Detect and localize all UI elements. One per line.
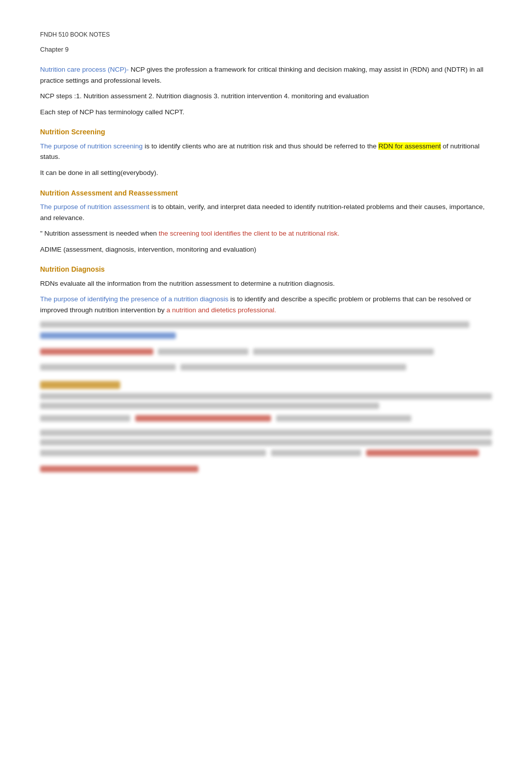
blurred-para-2 <box>40 347 492 358</box>
chapter-label: Chapter 9 <box>40 45 492 55</box>
adime-text: ADIME (assessment, diagnosis, interventi… <box>40 246 256 253</box>
diagnosis-purpose-blue: The purpose of identifying the presence … <box>40 295 228 303</box>
blurred-section-3 <box>40 430 492 475</box>
blurred-para-6 <box>40 430 492 460</box>
blurred-para-5 <box>40 414 492 425</box>
nutrition-diagnosis-heading: Nutrition Diagnosis <box>40 264 492 275</box>
nutrition-assessment-heading: Nutrition Assessment and Reassessment <box>40 187 492 199</box>
screening-purpose-blue: The purpose of nutrition screening <box>40 142 143 150</box>
blurred-section-1 <box>40 320 492 373</box>
adime-paragraph: ADIME (assessment, diagnosis, interventi… <box>40 244 492 255</box>
ncp-steps-paragraph: NCP steps :1. Nutrition assessment 2. Nu… <box>40 91 492 102</box>
assessment-screening-red: the screening tool identifies the client… <box>159 230 340 237</box>
diagnosis-rdns-text: RDNs evaluate all the information from t… <box>40 280 335 287</box>
screening-purpose-text: is to identify clients who are at nutrit… <box>145 142 379 150</box>
ncp-intro-paragraph: Nutrition care process (NCP)- NCP gives … <box>40 64 492 86</box>
assessment-purpose-blue: The purpose of nutrition assessment <box>40 203 149 211</box>
blurred-para-4 <box>40 393 492 409</box>
ncpt-paragraph: Each step of NCP has terminology called … <box>40 107 492 118</box>
screening-purpose-paragraph: The purpose of nutrition screening is to… <box>40 141 492 162</box>
nutrition-dietetics-red: a nutrition and dietetics professional. <box>166 306 276 314</box>
blurred-para-7 <box>40 465 492 476</box>
document-header: FNDH 510 BOOK NOTES <box>40 30 492 40</box>
blurred-para-1 <box>40 320 492 342</box>
blurred-heading-1 <box>40 381 492 389</box>
assessment-purpose-paragraph: The purpose of nutrition assessment is t… <box>40 202 492 223</box>
screening-setting-paragraph: It can be done in all setting(everybody)… <box>40 167 492 178</box>
assessment-screening-quote: " Nutrition assessment is needed when <box>40 230 159 237</box>
screening-setting-text: It can be done in all setting(everybody)… <box>40 169 158 176</box>
nutrition-screening-heading: Nutrition Screening <box>40 126 492 137</box>
diagnosis-rdns-paragraph: RDNs evaluate all the information from t… <box>40 278 492 289</box>
blurred-section-2 <box>40 393 492 425</box>
assessment-screening-paragraph: " Nutrition assessment is needed when th… <box>40 228 492 239</box>
ncp-blue-label: Nutrition care process (NCP)- <box>40 66 129 73</box>
blurred-para-3 <box>40 363 492 374</box>
rdn-assessment-highlight: RDN for assessment <box>378 142 441 150</box>
ncpt-text: Each step of NCP has terminology called … <box>40 108 184 116</box>
ncp-steps-text: NCP steps :1. Nutrition assessment 2. Nu… <box>40 92 369 100</box>
diagnosis-purpose-paragraph: The purpose of identifying the presence … <box>40 294 492 315</box>
